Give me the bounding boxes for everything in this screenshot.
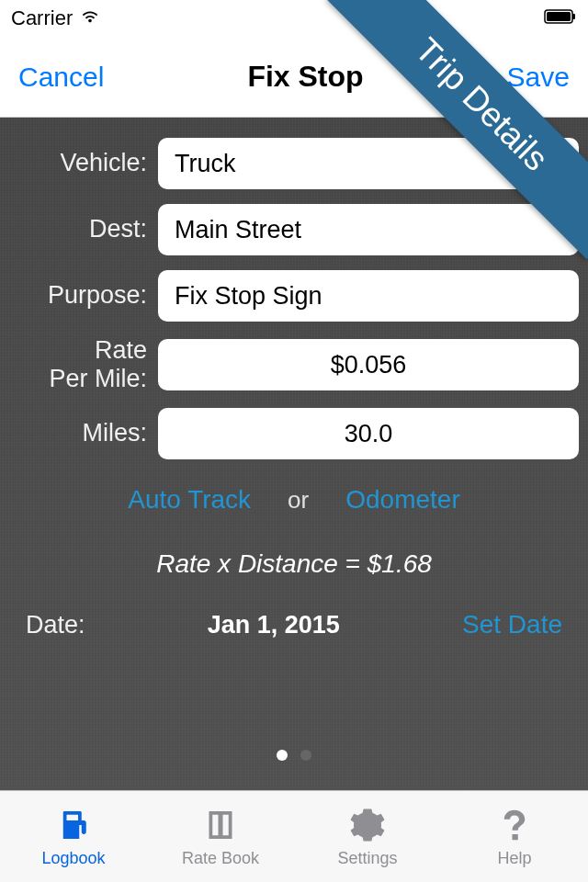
tab-bar: Logbook Rate Book Settings Help (0, 790, 588, 882)
set-date-button[interactable]: Set Date (462, 610, 562, 639)
miles-label: Miles: (9, 420, 147, 447)
book-icon (200, 805, 241, 845)
date-label: Date: (26, 611, 85, 639)
cancel-button[interactable]: Cancel (18, 62, 104, 93)
purpose-field[interactable]: Fix Stop Sign (158, 270, 579, 322)
status-bar: Carrier (0, 0, 588, 37)
purpose-label: Purpose: (9, 282, 147, 310)
rate-label: RatePer Mile: (9, 336, 147, 393)
page-indicator[interactable] (0, 750, 588, 761)
vehicle-label: Vehicle: (9, 150, 147, 177)
fuel-pump-icon (53, 805, 94, 845)
odometer-button[interactable]: Odometer (345, 485, 460, 514)
tab-settings[interactable]: Settings (294, 791, 441, 882)
dest-label: Dest: (9, 216, 147, 243)
question-icon (494, 805, 535, 845)
or-label: or (288, 486, 309, 514)
page-title: Fix Stop (247, 60, 363, 94)
battery-icon (544, 6, 577, 30)
tab-settings-label: Settings (337, 849, 397, 868)
auto-track-button[interactable]: Auto Track (128, 485, 251, 514)
nav-bar: Cancel Fix Stop Save (0, 37, 588, 118)
carrier-label: Carrier (11, 6, 73, 30)
page-dot-2 (300, 750, 311, 761)
miles-field[interactable]: 30.0 (158, 408, 579, 459)
tab-logbook-label: Logbook (41, 849, 105, 868)
tab-help[interactable]: Help (441, 791, 588, 882)
gear-icon (347, 805, 388, 845)
dest-field[interactable]: Main Street (158, 204, 579, 255)
tab-ratebook-label: Rate Book (182, 849, 259, 868)
tab-logbook[interactable]: Logbook (0, 791, 147, 882)
content-area: Vehicle: Truck Dest: Main Street Purpose… (0, 118, 588, 790)
svg-rect-1 (572, 14, 575, 19)
vehicle-field[interactable]: Truck (158, 138, 579, 189)
save-button[interactable]: Save (507, 62, 570, 93)
date-value: Jan 1, 2015 (208, 611, 340, 639)
page-dot-1 (277, 750, 288, 761)
svg-rect-2 (547, 12, 571, 21)
tab-ratebook[interactable]: Rate Book (147, 791, 294, 882)
rate-field[interactable]: $0.056 (158, 339, 579, 390)
wifi-icon (80, 6, 100, 31)
tab-help-label: Help (497, 849, 531, 868)
calculation-label: Rate x Distance = $1.68 (0, 549, 588, 579)
